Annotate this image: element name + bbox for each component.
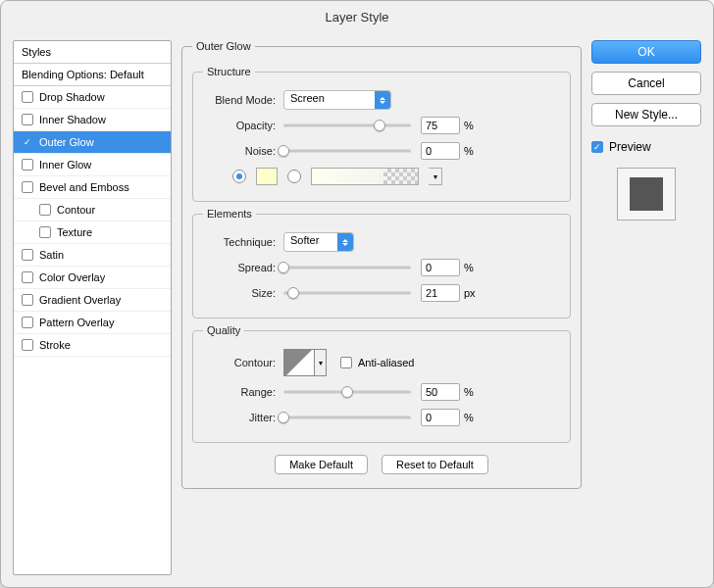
technique-value: Softer [290,234,319,246]
color-source-solid-radio[interactable] [232,170,246,183]
blend-mode-select[interactable]: Screen [283,90,391,110]
style-label: Outer Glow [39,136,94,148]
reset-default-button[interactable]: Reset to Default [382,455,488,474]
style-item-satin[interactable]: Satin [14,244,171,267]
options-panel: Outer Glow Structure Blend Mode: Screen … [181,40,582,575]
checkbox-gradient-overlay[interactable] [22,294,33,306]
spread-input[interactable] [421,259,460,276]
new-style-button[interactable]: New Style... [591,103,701,126]
opacity-input[interactable] [421,117,460,134]
style-label: Color Overlay [39,271,105,283]
spread-label: Spread: [203,262,283,273]
checkbox-bevel-emboss[interactable] [22,181,33,193]
spread-slider[interactable] [283,261,411,274]
size-slider[interactable] [283,286,411,300]
preview-label: Preview [609,140,651,154]
elements-group: Elements Technique: Softer Spread: % [192,208,571,318]
checkbox-inner-shadow[interactable] [22,114,33,125]
style-item-drop-shadow[interactable]: Drop Shadow [14,86,171,109]
style-item-inner-shadow[interactable]: Inner Shadow [14,109,171,131]
window-title: Layer Style [1,1,713,34]
style-item-bevel-emboss[interactable]: Bevel and Emboss [14,176,171,199]
style-label: Stroke [39,339,71,351]
jitter-unit: % [464,412,474,423]
style-label: Contour [57,204,95,216]
opacity-slider[interactable] [283,119,411,132]
style-label: Drop Shadow [39,91,105,103]
opacity-label: Opacity: [203,120,283,131]
style-item-outer-glow[interactable]: Outer Glow [14,131,171,154]
contour-dropdown-icon[interactable]: ▾ [315,349,327,376]
checkbox-drop-shadow[interactable] [22,91,33,103]
jitter-input[interactable] [421,409,460,426]
size-unit: px [464,287,476,299]
checkbox-contour[interactable] [39,204,51,216]
make-default-button[interactable]: Make Default [275,455,368,474]
style-label: Inner Shadow [39,114,106,125]
style-item-stroke[interactable]: Stroke [14,334,171,357]
style-item-contour[interactable]: Contour [14,199,171,221]
checkbox-pattern-overlay[interactable] [22,317,33,328]
noise-slider[interactable] [283,144,411,158]
style-label: Bevel and Emboss [39,181,129,193]
blend-mode-value: Screen [290,92,325,104]
glow-gradient-picker[interactable] [311,168,419,185]
technique-label: Technique: [203,236,283,248]
noise-input[interactable] [421,142,460,160]
style-item-inner-glow[interactable]: Inner Glow [14,154,171,176]
size-label: Size: [203,287,283,299]
dialog-content: Styles Blending Options: Default Drop Sh… [13,40,701,575]
blending-options-header[interactable]: Blending Options: Default [14,64,171,86]
quality-legend: Quality [203,324,244,336]
style-item-gradient-overlay[interactable]: Gradient Overlay [14,289,171,312]
checkbox-color-overlay[interactable] [22,271,33,283]
structure-group: Structure Blend Mode: Screen Opacity: % [192,66,571,202]
style-item-pattern-overlay[interactable]: Pattern Overlay [14,312,171,334]
color-source-gradient-radio[interactable] [287,170,301,183]
style-label: Satin [39,249,64,261]
range-input[interactable] [421,383,460,401]
glow-color-swatch[interactable] [256,168,278,185]
style-item-texture[interactable]: Texture [14,221,171,244]
dropdown-icon [375,91,390,109]
size-input[interactable] [421,284,460,302]
jitter-label: Jitter: [203,412,283,423]
contour-picker[interactable] [283,349,315,376]
preview-checkbox[interactable] [591,141,603,153]
right-panel: OK Cancel New Style... Preview [591,40,701,575]
preview-thumbnail [617,168,676,220]
checkbox-satin[interactable] [22,249,33,261]
noise-label: Noise: [203,145,283,157]
dropdown-icon [337,233,353,251]
preview-swatch [630,177,663,211]
checkbox-inner-glow[interactable] [22,159,33,171]
technique-select[interactable]: Softer [283,232,354,252]
checkbox-outer-glow[interactable] [22,136,33,148]
styles-header[interactable]: Styles [14,41,171,64]
antialiased-checkbox[interactable] [340,357,352,368]
structure-legend: Structure [203,66,255,77]
default-buttons-row: Make Default Reset to Default [192,455,571,474]
gradient-dropdown-icon[interactable]: ▾ [429,168,442,185]
elements-legend: Elements [203,208,256,220]
quality-group: Quality Contour: ▾ Anti-aliased Range: % [192,324,571,443]
styles-panel: Styles Blending Options: Default Drop Sh… [13,40,172,575]
checkbox-texture[interactable] [39,226,51,238]
noise-unit: % [464,145,474,157]
range-slider[interactable] [283,385,411,399]
ok-button[interactable]: OK [591,40,701,64]
checkbox-stroke[interactable] [22,339,33,351]
blend-mode-label: Blend Mode: [203,94,283,106]
opacity-unit: % [464,120,474,131]
style-label: Inner Glow [39,159,91,171]
antialiased-label: Anti-aliased [358,357,414,368]
contour-label: Contour: [203,357,283,368]
outer-glow-group: Outer Glow Structure Blend Mode: Screen … [181,40,582,489]
style-label: Gradient Overlay [39,294,121,306]
jitter-slider[interactable] [283,411,411,424]
style-item-color-overlay[interactable]: Color Overlay [14,267,171,289]
spread-unit: % [464,262,474,273]
cancel-button[interactable]: Cancel [591,72,701,95]
range-unit: % [464,386,474,398]
style-label: Pattern Overlay [39,317,114,328]
